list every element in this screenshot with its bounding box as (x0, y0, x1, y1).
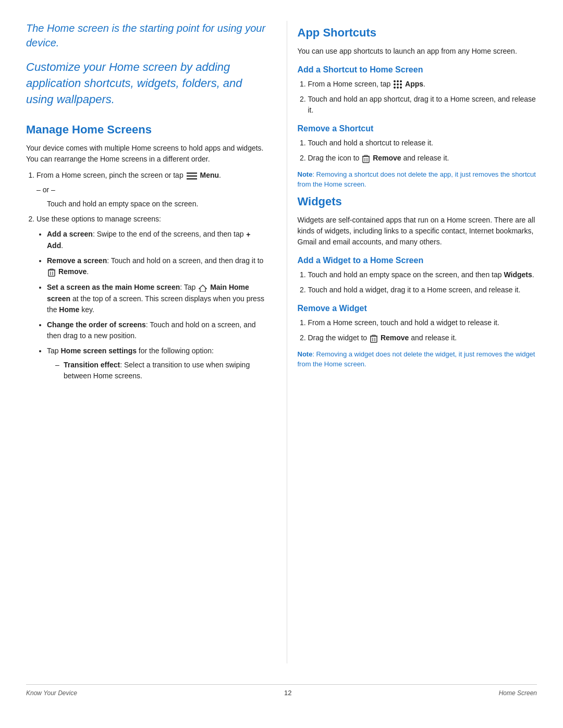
remove-screen-text: : Touch and hold on a screen, and then d… (107, 256, 263, 265)
shortcut-step-1: From a Home screen, tap Apps. (308, 79, 537, 90)
widget-step1-text: Touch and hold an empty space on the scr… (308, 270, 502, 279)
trash-icon-2 (362, 153, 370, 164)
apps-label: Apps (405, 80, 423, 88)
manage-steps-list: From a Home screen, pinch the screen or … (36, 170, 266, 381)
bullet-main-home: Set a screen as the main Home screen: Ta… (47, 282, 266, 315)
remove-shortcut-end: and release it. (403, 154, 449, 162)
remove-widget-step-2: Drag the widget to Remove and release it… (308, 332, 537, 344)
note-1: Note: Removing a shortcut does not delet… (298, 169, 537, 190)
manage-home-screens-title: Manage Home Screens (26, 123, 266, 137)
add-widget-steps: Touch and hold an empty space on the scr… (308, 269, 537, 295)
remove-screen-bold: Remove a screen (47, 256, 107, 265)
home-key-label: Home (59, 305, 79, 314)
sub-bullet-list: Transition effect: Select a transition t… (55, 360, 266, 381)
widgets-bold-label: Widgets (504, 270, 532, 279)
home-settings-bold: Home screen settings (60, 347, 137, 355)
transition-bold: Transition effect (64, 361, 120, 369)
note2-bold: Note (298, 350, 313, 358)
svg-rect-9 (363, 156, 369, 163)
add-shortcut-title: Add a Shortcut to Home Screen (298, 65, 537, 75)
transition-effect-item: Transition effect: Select a transition t… (55, 360, 266, 381)
remove-label: Remove (58, 267, 87, 276)
widgets-title: Widgets (298, 195, 537, 208)
bullet-home-settings: Tap Home screen settings for the followi… (47, 346, 266, 381)
remove-shortcut-bold: Remove (373, 154, 401, 162)
note1-text: : Removing a shortcut does not delete th… (298, 170, 536, 189)
menu-icon (187, 170, 197, 181)
main-home-text2: at the top of a screen. This screen disp… (47, 294, 264, 314)
svg-rect-14 (371, 336, 377, 342)
remove-widget-step-1: From a Home screen, touch and hold a wid… (308, 317, 537, 328)
bullet-change-order: Change the order of screens: Touch and h… (47, 319, 266, 341)
intro-text-2: Customize your Home screen by adding app… (26, 59, 266, 107)
trash-icon (48, 267, 55, 278)
footer-right: Home Screen (499, 689, 537, 697)
app-shortcuts-intro: You can use app shortcuts to launch an a… (298, 46, 537, 57)
plus-icon: + (246, 229, 250, 240)
manage-home-screens-intro: Your device comes with multiple Home scr… (26, 143, 266, 165)
footer-page-number: 12 (284, 689, 291, 697)
svg-rect-2 (187, 178, 197, 180)
right-column: App Shortcuts You can use app shortcuts … (287, 21, 537, 663)
svg-rect-1 (187, 176, 197, 177)
widget-step-1: Touch and hold an empty space on the scr… (308, 269, 537, 280)
widgets-intro: Widgets are self-contained apps that run… (298, 215, 537, 248)
add-screen-bold: Add a screen (47, 230, 93, 238)
remove-widget-steps: From a Home screen, touch and hold a wid… (308, 317, 537, 344)
svg-rect-3 (48, 270, 55, 276)
svg-rect-0 (187, 172, 197, 174)
drag-widget-text: Drag the widget to (308, 334, 368, 342)
manage-step-1: From a Home screen, pinch the screen or … (36, 170, 266, 209)
add-screen-text: : Swipe to the end of the screens, and t… (93, 230, 244, 238)
add-shortcut-steps: From a Home screen, tap Apps. Touch and … (308, 79, 537, 116)
add-widget-title: Add a Widget to a Home Screen (298, 256, 537, 265)
remove-shortcut-title: Remove a Shortcut (298, 124, 537, 133)
shortcut-step1-text: From a Home screen, tap (308, 80, 391, 88)
remove-shortcut-steps: Touch and hold a shortcut to release it.… (308, 138, 537, 164)
remove-widget-title: Remove a Widget (298, 304, 537, 313)
remove-widget-end: and release it. (411, 334, 457, 342)
main-home-text: : Tap (180, 283, 195, 291)
left-column: The Home screen is the starting point fo… (26, 21, 266, 663)
home-key-text3: key. (81, 305, 94, 314)
bullet-add-screen: Add a screen: Swipe to the end of the sc… (47, 229, 266, 251)
step1-text: From a Home screen, pinch the screen or … (36, 171, 183, 179)
remove-widget-bold: Remove (381, 334, 409, 342)
remove-shortcut-step-2: Drag the icon to Remove and release it. (308, 153, 537, 164)
manage-options-list: Add a screen: Swipe to the end of the sc… (47, 229, 266, 381)
home-settings-text: for the following option: (139, 347, 214, 355)
trash-icon-3 (370, 333, 377, 344)
widget-step-2: Touch and hold a widget, drag it to a Ho… (308, 285, 537, 295)
footer-left: Know Your Device (26, 689, 77, 697)
step1-touch: Touch and hold an empty space on the scr… (47, 199, 266, 209)
drag-icon-text: Drag the icon to (308, 154, 360, 162)
svg-marker-8 (199, 285, 206, 292)
tap-text: Tap (47, 347, 59, 355)
change-order-bold: Change the order of screens (47, 320, 146, 329)
page: The Home screen is the starting point fo… (0, 0, 563, 728)
app-shortcuts-title: App Shortcuts (298, 26, 537, 40)
or-line: – or – (36, 184, 266, 195)
footer: Know Your Device 12 Home Screen (26, 684, 537, 697)
note-2: Note: Removing a widget does not delete … (298, 349, 537, 369)
intro-text-1: The Home screen is the starting point fo… (26, 21, 266, 50)
home-icon (199, 282, 207, 293)
bullet-remove-screen: Remove a screen: Touch and hold on a scr… (47, 255, 266, 278)
main-home-bold: Set a screen as the main Home screen (47, 283, 180, 291)
remove-shortcut-step-1: Touch and hold a shortcut to release it. (308, 138, 537, 149)
shortcut-step-2: Touch and hold an app shortcut, drag it … (308, 94, 537, 116)
menu-label: Menu (200, 171, 219, 179)
note1-bold: Note (298, 170, 313, 178)
step2-text: Use these options to manage screens: (36, 215, 161, 223)
add-label: Add (47, 241, 61, 250)
note2-text: : Removing a widget does not delete the … (298, 350, 535, 368)
manage-step-2: Use these options to manage screens: Add… (36, 214, 266, 381)
apps-grid-icon (394, 80, 402, 89)
